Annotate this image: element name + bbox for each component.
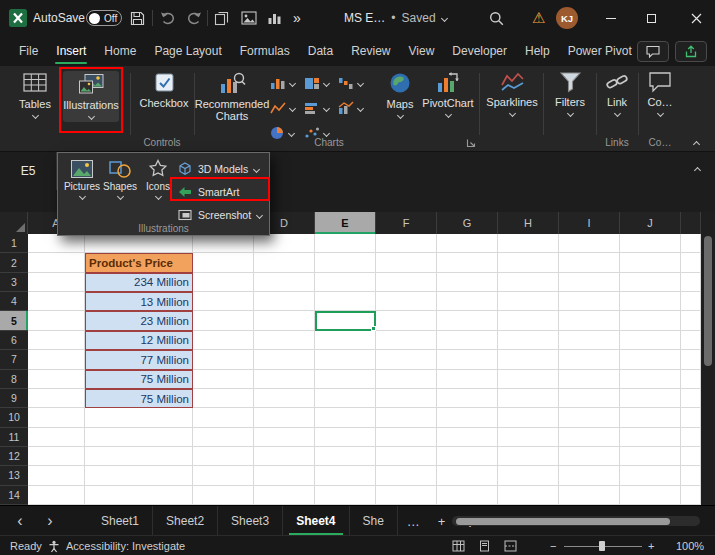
cell-J5[interactable] bbox=[620, 311, 681, 330]
cell-A6[interactable] bbox=[28, 331, 85, 350]
row-header-2[interactable]: 2 bbox=[0, 253, 28, 272]
add-sheet-button[interactable]: + bbox=[429, 506, 455, 536]
waterfall-chart-button[interactable] bbox=[338, 73, 363, 93]
comments-button[interactable] bbox=[637, 41, 669, 62]
cell-G1[interactable] bbox=[437, 234, 498, 253]
cell-F9[interactable] bbox=[376, 389, 437, 408]
tables-button[interactable]: Tables bbox=[12, 71, 58, 118]
row-header-3[interactable]: 3 bbox=[0, 273, 28, 292]
row-header-10[interactable]: 10 bbox=[0, 408, 28, 427]
column-header-J[interactable]: J bbox=[620, 212, 681, 234]
normal-view-button[interactable] bbox=[452, 536, 465, 555]
cell-A8[interactable] bbox=[28, 370, 85, 389]
chart-icon[interactable] bbox=[267, 0, 282, 36]
cell-partial[interactable] bbox=[681, 466, 701, 485]
cell-A10[interactable] bbox=[28, 408, 85, 427]
autosave-toggle[interactable]: Off bbox=[86, 0, 122, 36]
cell-A3[interactable] bbox=[28, 273, 85, 292]
cell-F14[interactable] bbox=[376, 486, 437, 505]
cell-D6[interactable] bbox=[254, 331, 315, 350]
cell-H14[interactable] bbox=[498, 486, 559, 505]
cell-A14[interactable] bbox=[28, 486, 85, 505]
cell-E2[interactable] bbox=[315, 253, 376, 272]
cell-G2[interactable] bbox=[437, 253, 498, 272]
page-layout-view-button[interactable] bbox=[478, 536, 491, 555]
cell-G4[interactable] bbox=[437, 292, 498, 311]
cell-partial[interactable] bbox=[681, 253, 701, 272]
cell-C13[interactable] bbox=[193, 466, 254, 485]
close-button[interactable] bbox=[677, 0, 715, 36]
pages-icon[interactable] bbox=[214, 0, 229, 36]
icons-button[interactable]: Icons bbox=[140, 159, 176, 199]
cell-B13[interactable] bbox=[85, 466, 193, 485]
cell-partial[interactable] bbox=[681, 486, 701, 505]
cell-G14[interactable] bbox=[437, 486, 498, 505]
row-header-13[interactable]: 13 bbox=[0, 466, 28, 485]
cell-C2[interactable] bbox=[193, 253, 254, 272]
column-header-I[interactable]: I bbox=[559, 212, 620, 234]
row-header-5[interactable]: 5 bbox=[0, 311, 28, 330]
tab-data[interactable]: Data bbox=[299, 36, 342, 66]
tab-view[interactable]: View bbox=[400, 36, 444, 66]
cell-H11[interactable] bbox=[498, 428, 559, 447]
column-header-H[interactable]: H bbox=[498, 212, 559, 234]
excel-logo-icon[interactable] bbox=[9, 0, 27, 36]
sheet-tab-sheet1[interactable]: Sheet1 bbox=[88, 506, 153, 536]
cell-C10[interactable] bbox=[193, 408, 254, 427]
tab-file[interactable]: File bbox=[10, 36, 47, 66]
cell-partial[interactable] bbox=[681, 370, 701, 389]
cell-F8[interactable] bbox=[376, 370, 437, 389]
cell-A9[interactable] bbox=[28, 389, 85, 408]
cell-H9[interactable] bbox=[498, 389, 559, 408]
zoom-level[interactable]: 100% bbox=[676, 536, 704, 555]
maximize-button[interactable] bbox=[632, 0, 670, 36]
cell-A1[interactable] bbox=[28, 234, 85, 253]
row-header-9[interactable]: 9 bbox=[0, 389, 28, 408]
cell-B2[interactable]: Product's Price bbox=[85, 253, 193, 272]
cell-I3[interactable] bbox=[559, 273, 620, 292]
collapse-ribbon-icon[interactable] bbox=[693, 141, 700, 148]
sheet-tab-sheet4[interactable]: Sheet4 bbox=[283, 506, 349, 536]
line-chart-button[interactable] bbox=[270, 98, 295, 118]
cell-D8[interactable] bbox=[254, 370, 315, 389]
cell-J8[interactable] bbox=[620, 370, 681, 389]
accessibility-icon[interactable] bbox=[48, 536, 60, 555]
tab-home[interactable]: Home bbox=[95, 36, 145, 66]
cell-B4[interactable]: 13 Million bbox=[85, 292, 193, 311]
cell-F12[interactable] bbox=[376, 447, 437, 466]
combo-chart-button[interactable] bbox=[338, 98, 363, 118]
cell-D12[interactable] bbox=[254, 447, 315, 466]
cell-C14[interactable] bbox=[193, 486, 254, 505]
row-header-12[interactable]: 12 bbox=[0, 447, 28, 466]
cell-J6[interactable] bbox=[620, 331, 681, 350]
cell-I4[interactable] bbox=[559, 292, 620, 311]
cell-G6[interactable] bbox=[437, 331, 498, 350]
cell-E3[interactable] bbox=[315, 273, 376, 292]
pivotchart-button[interactable]: PivotChart bbox=[421, 71, 475, 117]
cell-D7[interactable] bbox=[254, 350, 315, 369]
cell-J9[interactable] bbox=[620, 389, 681, 408]
cell-H4[interactable] bbox=[498, 292, 559, 311]
hierarchy-chart-button[interactable] bbox=[304, 73, 329, 93]
select-all-button[interactable] bbox=[0, 212, 28, 234]
cell-I9[interactable] bbox=[559, 389, 620, 408]
tab-page-layout[interactable]: Page Layout bbox=[145, 36, 230, 66]
cell-H5[interactable] bbox=[498, 311, 559, 330]
tab-power-pivot[interactable]: Power Pivot bbox=[559, 36, 641, 66]
cell-E7[interactable] bbox=[315, 350, 376, 369]
tab-review[interactable]: Review bbox=[342, 36, 399, 66]
cell-J2[interactable] bbox=[620, 253, 681, 272]
cell-I5[interactable] bbox=[559, 311, 620, 330]
row-header-1[interactable]: 1 bbox=[0, 234, 28, 253]
cell-B10[interactable] bbox=[85, 408, 193, 427]
cell-I14[interactable] bbox=[559, 486, 620, 505]
cell-H1[interactable] bbox=[498, 234, 559, 253]
cell-A4[interactable] bbox=[28, 292, 85, 311]
cell-G13[interactable] bbox=[437, 466, 498, 485]
cell-partial[interactable] bbox=[681, 311, 701, 330]
column-header-G[interactable]: G bbox=[437, 212, 498, 234]
cell-B9[interactable]: 75 Million bbox=[85, 389, 193, 408]
bar-chart-button[interactable] bbox=[304, 98, 329, 118]
undo-icon[interactable] bbox=[160, 0, 176, 36]
cell-B1[interactable] bbox=[85, 234, 193, 253]
